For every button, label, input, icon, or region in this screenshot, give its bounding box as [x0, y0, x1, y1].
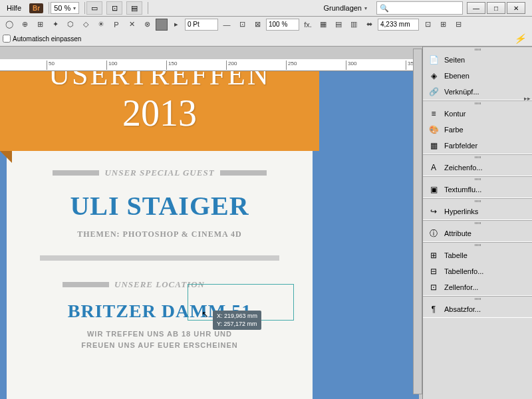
panel-icon: ⊟: [428, 266, 439, 277]
panel-drag-handle[interactable]: [423, 47, 532, 52]
tool-icon[interactable]: ⬡: [64, 19, 77, 31]
tool-icon[interactable]: ▥: [347, 19, 360, 31]
panel-item[interactable]: ⓘAttribute: [423, 225, 532, 241]
panel-item[interactable]: ▣Textumflu...: [423, 182, 532, 198]
document-canvas[interactable]: USERTREFFEN 2013 UNSER SPECIAL GUEST ULI…: [0, 71, 419, 399]
panel-icon: ◈: [428, 70, 439, 81]
panel-icon: ⊞: [428, 250, 439, 261]
tool-icon[interactable]: ✕: [125, 19, 138, 31]
width-input[interactable]: 4,233 mm: [378, 19, 419, 31]
panel-expand-tab[interactable]: [413, 49, 422, 394]
tool-icon[interactable]: ✦: [49, 19, 62, 31]
panel-drag-handle[interactable]: [423, 221, 532, 225]
panel-icon: 🎨: [428, 124, 439, 135]
panel-group: ⊞Tabelle⊟Tabellenfo...⊡Zellenfor...: [423, 242, 532, 296]
panel-item[interactable]: ▦Farbfelder: [423, 138, 532, 154]
panel-drag-handle[interactable]: [423, 155, 532, 160]
maximize-button[interactable]: □: [487, 2, 505, 14]
view-option-2[interactable]: ⊡: [106, 1, 122, 15]
panel-drag-handle[interactable]: [423, 243, 532, 247]
banner: USERTREFFEN 2013: [0, 71, 319, 151]
location-subtitle: WIR TREFFEN UNS AB 18 UHR UND FREUEN UNS…: [7, 329, 313, 350]
panel-icon: 🔗: [428, 86, 439, 97]
panel-item[interactable]: ⊡Zellenfor...: [423, 279, 532, 295]
tool-icon[interactable]: ⬌: [362, 19, 376, 31]
tool-icon[interactable]: ⊠: [251, 19, 264, 31]
panel-item[interactable]: ⊟Tabellenfo...: [423, 263, 532, 279]
fill-color[interactable]: [156, 19, 168, 31]
tool-icon[interactable]: —: [220, 19, 233, 31]
panel-icon: A: [428, 162, 439, 173]
panel-item[interactable]: ◈Ebenen: [423, 68, 532, 84]
panel-group: 📄Seiten◈Ebenen🔗Verknüpf...: [423, 47, 532, 100]
tool-icon[interactable]: ⊞: [436, 19, 450, 31]
ruler-tick: 250: [286, 61, 297, 70]
panel-icon: ¶: [428, 304, 439, 315]
minimize-button[interactable]: —: [467, 2, 485, 14]
panels-dock: ▸▸ 📄Seiten◈Ebenen🔗Verknüpf...≡Kontur🎨Far…: [422, 47, 532, 399]
separator: [148, 2, 148, 14]
separator: [49, 2, 49, 14]
panel-label: Tabelle: [444, 251, 467, 259]
view-option-3[interactable]: ▤: [126, 1, 142, 15]
panel-item[interactable]: 🎨Farbe: [423, 122, 532, 138]
panel-drag-handle[interactable]: [423, 177, 532, 182]
tool-icon[interactable]: ▸: [170, 19, 183, 31]
panel-item[interactable]: ¶Absatzfor...: [423, 301, 532, 317]
tool-icon[interactable]: ▦: [317, 19, 330, 31]
section-header: UNSER SPECIAL GUEST: [7, 168, 313, 178]
bridge-button[interactable]: Br: [29, 3, 43, 13]
separator: [84, 2, 85, 14]
collapse-icon[interactable]: ▸▸: [524, 95, 531, 102]
ruler-tick: 200: [226, 61, 237, 70]
view-option-1[interactable]: ▭: [86, 1, 102, 15]
stroke-weight-input[interactable]: 0 Pt: [185, 19, 218, 31]
workspace-selector[interactable]: Grundlagen▾: [319, 3, 373, 13]
panel-item[interactable]: ⊞Tabelle: [423, 247, 532, 263]
tool-icon[interactable]: ◇: [79, 19, 92, 31]
help-menu[interactable]: Hilfe: [3, 3, 25, 13]
autofit-checkbox[interactable]: Automatisch einpassen: [3, 35, 81, 43]
zoom-level[interactable]: 50 %▾: [51, 2, 79, 14]
panel-label: Ebenen: [444, 72, 469, 80]
banner-year: 2013: [122, 92, 197, 134]
panel-label: Kontur: [444, 110, 466, 118]
panel-group: ⓘAttribute: [423, 220, 532, 242]
tool-icon[interactable]: ⊗: [140, 19, 154, 31]
tool-icon[interactable]: ☀: [94, 19, 108, 31]
close-button[interactable]: ✕: [507, 2, 525, 14]
tool-icon[interactable]: ⊡: [421, 19, 434, 31]
panel-label: Tabellenfo...: [444, 267, 483, 275]
tool-icon[interactable]: ⊟: [452, 19, 465, 31]
panel-drag-handle[interactable]: [423, 199, 532, 203]
panel-item[interactable]: ↪Hyperlinks: [423, 203, 532, 219]
tool-icon[interactable]: ▤: [332, 19, 345, 31]
panel-label: Zellenfor...: [444, 283, 478, 291]
panel-item[interactable]: ≡Kontur: [423, 106, 532, 122]
flash-icon[interactable]: ⚡: [514, 33, 525, 44]
panel-group: ¶Absatzfor...: [423, 296, 532, 318]
chevron-down-icon: ▾: [364, 5, 367, 11]
panel-icon: ↪: [428, 206, 439, 217]
tool-icon[interactable]: ⊕: [18, 19, 31, 31]
panel-drag-handle[interactable]: [423, 101, 532, 106]
panel-item[interactable]: 📄Seiten: [423, 52, 532, 68]
panel-drag-handle[interactable]: [423, 297, 532, 301]
tool-icon[interactable]: ⊞: [33, 19, 47, 31]
ruler-tick: 50: [47, 61, 55, 70]
panel-item[interactable]: AZeichenfo...: [423, 160, 532, 176]
panel-label: Absatzfor...: [444, 305, 481, 313]
search-input[interactable]: 🔍: [376, 1, 463, 15]
tool-icon[interactable]: ◯: [3, 19, 16, 31]
panel-group: AZeichenfo...: [423, 154, 532, 176]
panel-item[interactable]: 🔗Verknüpf...: [423, 84, 532, 100]
workspace-label: Grundlagen: [324, 4, 362, 12]
search-icon: 🔍: [380, 4, 389, 13]
fx-icon[interactable]: fx.: [301, 19, 315, 31]
tool-icon[interactable]: P: [110, 19, 123, 31]
zoom-value: 50 %: [54, 4, 70, 12]
divider: [40, 255, 279, 261]
panel-label: Verknüpf...: [444, 88, 479, 96]
opacity-input[interactable]: 100 %: [266, 19, 299, 31]
tool-icon[interactable]: ⊡: [235, 19, 249, 31]
